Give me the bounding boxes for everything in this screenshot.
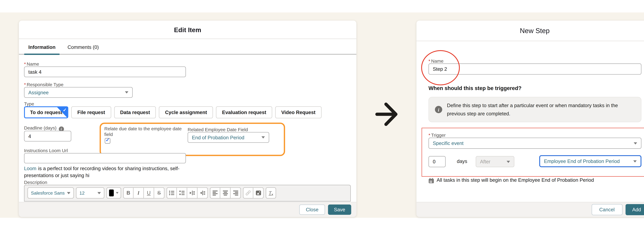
related-employee-date-field-select[interactable]: End of Probation Period [188,132,269,143]
trigger-section-heading: When should this step be triggered? [428,85,522,91]
align-center-icon[interactable] [220,187,230,199]
top-margin [0,0,644,12]
deadline-input[interactable] [24,131,71,142]
clear-format-button[interactable]: Tx [266,187,276,199]
font-select[interactable]: Salesforce Sans [28,187,74,199]
insert-group [243,187,264,199]
align-group [210,187,241,199]
relate-due-date-checkbox[interactable]: ✓ [105,138,110,144]
calendar-icon [428,178,434,183]
check-icon: ✓ [63,107,66,112]
align-right-icon[interactable] [230,187,241,199]
strikethrough-button[interactable]: S [154,187,164,199]
align-left-icon[interactable] [210,187,220,199]
list-group [166,187,208,199]
bold-button[interactable]: B [123,187,134,199]
type-options: To do request ✓ File request Data reques… [24,106,322,118]
close-button[interactable]: Close [300,205,325,215]
chevron-down-icon [634,142,637,144]
responsible-type-label: *Responsible Type [24,82,64,87]
chevron-down-icon [262,136,265,139]
responsible-type-select[interactable]: Assignee [24,87,133,98]
tab-comments[interactable]: Comments (0) [63,45,103,54]
edit-item-footer: Close Save [19,202,356,217]
type-option-to-do-request[interactable]: To do request ✓ [24,106,68,118]
text-color-picker[interactable] [106,187,121,199]
name-input[interactable] [24,66,186,77]
loom-link[interactable]: Loom [24,166,36,171]
related-employee-date-field-label: Related Employee Date Field [188,127,248,132]
type-option-file-request[interactable]: File request [71,106,111,118]
numbered-list-icon[interactable] [177,187,187,199]
chevron-down-icon [98,192,101,194]
text-style-group: B I U S [123,187,164,199]
loom-hint: Loomis a perfect tool for recording vide… [24,165,184,179]
bullet-list-icon[interactable] [166,187,177,199]
relate-due-date-label: Relate due date to the employee date fie… [104,126,182,137]
name-label: *Name [24,61,39,66]
event-select[interactable]: Employee End of Probation Period [539,155,642,167]
type-option-evaluation-request[interactable]: Evaluation request [216,106,272,118]
check-icon: ✓ [106,137,110,143]
required-asterisk: * [24,82,26,87]
annotation-rectangle [422,128,644,177]
edit-item-modal: Edit Item Information Comments (0) *Name… [19,20,356,217]
tab-information[interactable]: Information [24,45,60,54]
chevron-down-icon [67,192,70,194]
type-option-cycle-assignment[interactable]: Cycle assignment [159,106,213,118]
schedule-note: All tasks in this step will begin on the… [428,178,644,184]
required-asterisk: * [24,61,26,66]
required-asterisk: * [428,132,430,138]
italic-button[interactable]: I [134,187,144,199]
bottom-margin [0,218,644,231]
outdent-icon[interactable] [198,187,208,199]
link-icon[interactable] [243,187,253,199]
trigger-label: *Trigger [428,132,446,138]
cancel-button[interactable]: Cancel [592,204,622,215]
trigger-select[interactable]: Specific event [428,138,642,149]
save-button[interactable]: Save [328,205,351,215]
delay-days-input[interactable] [428,156,446,167]
required-asterisk: * [428,58,430,63]
editor-toolbar: Salesforce Sans 12 B I U [24,185,350,199]
page: Edit Item Information Comments (0) *Name… [0,0,644,231]
chevron-down-icon [633,160,637,162]
new-step-title: New Step [520,27,550,34]
direction-select[interactable]: After [476,156,514,167]
type-label: Type [24,101,34,106]
step-name-label: *Name [428,58,444,63]
edit-item-header: Edit Item [19,20,356,39]
description-label: Description [24,180,47,185]
new-step-modal: New Step *Name When should this step be … [416,20,644,217]
type-option-video-request[interactable]: Video Request [275,106,322,118]
color-swatch-icon [109,190,114,196]
instructions-loom-url-label: Instructions Loom Url [24,148,68,153]
info-icon: i [435,106,442,113]
type-option-data-request[interactable]: Data request [114,106,156,118]
chevron-down-icon [116,192,118,194]
image-icon[interactable] [253,187,264,199]
add-button[interactable]: Add [625,204,644,215]
right-arrow-icon [374,102,401,127]
description-rich-text-editor: Salesforce Sans 12 B I U [24,185,351,202]
info-box: i Define this step to start after a part… [428,97,642,122]
days-label: days [457,159,467,164]
instructions-loom-url-input[interactable] [24,153,186,163]
indent-icon[interactable] [187,187,198,199]
edit-item-title: Edit Item [174,26,201,33]
step-name-input[interactable] [428,63,642,75]
font-size-select[interactable]: 12 [76,187,104,199]
new-step-header: New Step [416,20,644,41]
underline-button[interactable]: U [144,187,154,199]
chevron-down-icon [125,91,128,93]
new-step-footer: Cancel Add [416,202,644,217]
chevron-down-icon [506,161,510,163]
edit-item-tab-bar: Information Comments (0) [19,39,356,54]
